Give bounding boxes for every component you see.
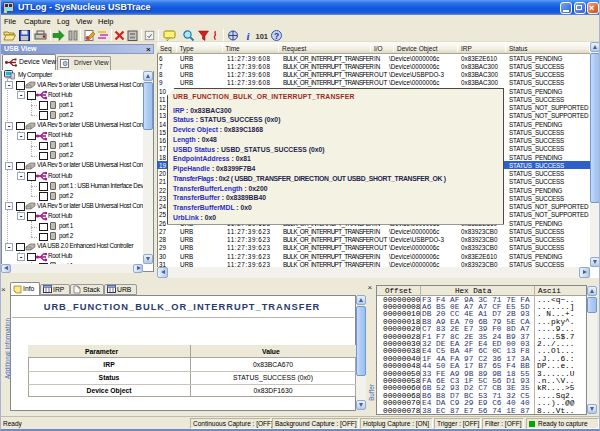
svg-text:101: 101	[256, 32, 269, 41]
svg-text:i: i	[247, 30, 251, 42]
svg-text:?: ?	[274, 31, 279, 41]
